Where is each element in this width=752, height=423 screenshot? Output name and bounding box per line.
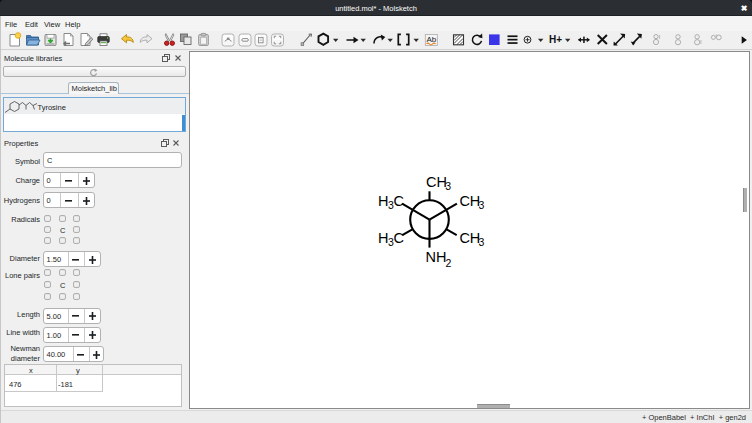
svg-text:H: H [378, 193, 388, 209]
svg-text:CH: CH [459, 193, 480, 209]
svg-text:C: C [394, 230, 404, 246]
svg-text:CH: CH [426, 174, 447, 190]
svg-text:3: 3 [445, 180, 451, 192]
svg-text:C: C [394, 193, 404, 209]
svg-text:3: 3 [479, 199, 485, 211]
svg-text:H: H [378, 230, 388, 246]
svg-text:CH: CH [459, 230, 480, 246]
svg-text:H+: H+ [549, 34, 562, 45]
svg-text:3: 3 [479, 236, 485, 248]
svg-text:2: 2 [446, 257, 452, 269]
svg-text:NH: NH [426, 249, 447, 265]
